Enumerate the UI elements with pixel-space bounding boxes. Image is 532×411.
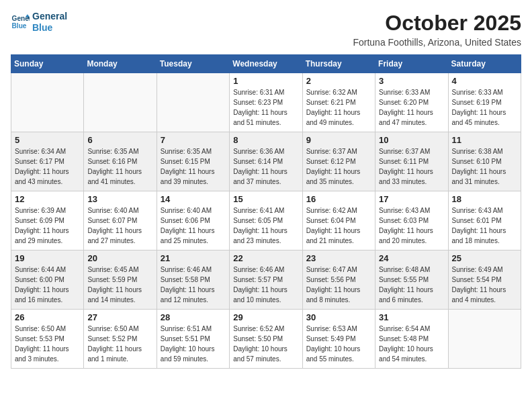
day-info: Sunrise: 6:31 AMSunset: 6:23 PMDaylight:…	[233, 87, 298, 128]
day-number: 25	[452, 253, 517, 263]
day-info: Sunrise: 6:47 AMSunset: 5:56 PMDaylight:…	[306, 265, 371, 305]
calendar-cell: 18Sunrise: 6:43 AMSunset: 6:01 PMDayligh…	[448, 191, 521, 250]
day-number: 26	[15, 312, 80, 322]
calendar-table: SundayMondayTuesdayWednesdayThursdayFrid…	[11, 54, 521, 369]
calendar-cell: 13Sunrise: 6:40 AMSunset: 6:07 PMDayligh…	[84, 191, 157, 250]
calendar-cell: 23Sunrise: 6:47 AMSunset: 5:56 PMDayligh…	[302, 250, 375, 310]
calendar-cell	[84, 73, 157, 132]
day-info: Sunrise: 6:48 AMSunset: 5:55 PMDaylight:…	[379, 265, 444, 305]
page-header: General Blue GeneralBlue October 2025 Fo…	[11, 11, 521, 48]
logo: General Blue GeneralBlue	[11, 11, 67, 34]
day-number: 2	[306, 76, 371, 86]
calendar-cell: 15Sunrise: 6:41 AMSunset: 6:05 PMDayligh…	[230, 191, 302, 250]
day-info: Sunrise: 6:51 AMSunset: 5:51 PMDaylight:…	[161, 324, 226, 364]
day-info: Sunrise: 6:39 AMSunset: 6:09 PMDaylight:…	[15, 205, 80, 246]
calendar-cell: 30Sunrise: 6:53 AMSunset: 5:49 PMDayligh…	[302, 310, 375, 369]
calendar-cell: 4Sunrise: 6:33 AMSunset: 6:19 PMDaylight…	[448, 73, 521, 132]
day-number: 22	[233, 253, 298, 263]
calendar-cell: 28Sunrise: 6:51 AMSunset: 5:51 PMDayligh…	[157, 310, 229, 369]
calendar-cell: 2Sunrise: 6:32 AMSunset: 6:21 PMDaylight…	[302, 73, 375, 132]
calendar-cell	[448, 310, 521, 369]
day-info: Sunrise: 6:43 AMSunset: 6:01 PMDaylight:…	[452, 205, 517, 246]
day-info: Sunrise: 6:50 AMSunset: 5:52 PMDaylight:…	[87, 324, 152, 364]
calendar-cell: 22Sunrise: 6:46 AMSunset: 5:57 PMDayligh…	[230, 250, 302, 310]
day-info: Sunrise: 6:36 AMSunset: 6:14 PMDaylight:…	[233, 146, 298, 187]
month-title: October 2025	[353, 11, 521, 36]
day-info: Sunrise: 6:40 AMSunset: 6:07 PMDaylight:…	[87, 205, 152, 246]
day-number: 13	[87, 194, 152, 204]
calendar-cell: 14Sunrise: 6:40 AMSunset: 6:06 PMDayligh…	[157, 191, 229, 250]
day-number: 28	[161, 312, 226, 322]
day-info: Sunrise: 6:33 AMSunset: 6:20 PMDaylight:…	[379, 87, 444, 128]
calendar-cell: 16Sunrise: 6:42 AMSunset: 6:04 PMDayligh…	[302, 191, 375, 250]
day-number: 11	[452, 135, 517, 145]
day-info: Sunrise: 6:42 AMSunset: 6:04 PMDaylight:…	[306, 205, 371, 246]
day-number: 19	[15, 253, 80, 263]
day-number: 21	[161, 253, 226, 263]
calendar-cell: 31Sunrise: 6:54 AMSunset: 5:48 PMDayligh…	[375, 310, 448, 369]
day-number: 3	[379, 76, 444, 86]
day-number: 31	[379, 312, 444, 322]
day-number: 1	[233, 76, 298, 86]
day-info: Sunrise: 6:50 AMSunset: 5:53 PMDaylight:…	[15, 324, 80, 364]
day-number: 7	[161, 135, 226, 145]
day-number: 16	[306, 194, 371, 204]
day-number: 6	[87, 135, 152, 145]
calendar-cell	[157, 73, 229, 132]
day-info: Sunrise: 6:33 AMSunset: 6:19 PMDaylight:…	[452, 87, 517, 128]
weekday-header-thursday: Thursday	[302, 55, 375, 73]
day-number: 27	[87, 312, 152, 322]
weekday-header-friday: Friday	[375, 55, 448, 73]
day-info: Sunrise: 6:32 AMSunset: 6:21 PMDaylight:…	[306, 87, 371, 128]
day-number: 9	[306, 135, 371, 145]
calendar-cell: 8Sunrise: 6:36 AMSunset: 6:14 PMDaylight…	[230, 132, 302, 191]
day-info: Sunrise: 6:35 AMSunset: 6:16 PMDaylight:…	[87, 146, 152, 187]
calendar-cell: 5Sunrise: 6:34 AMSunset: 6:17 PMDaylight…	[11, 132, 84, 191]
day-info: Sunrise: 6:46 AMSunset: 5:58 PMDaylight:…	[161, 265, 226, 305]
logo-text: GeneralBlue	[32, 11, 67, 34]
week-row-4: 19Sunrise: 6:44 AMSunset: 6:00 PMDayligh…	[11, 250, 521, 310]
calendar-cell: 26Sunrise: 6:50 AMSunset: 5:53 PMDayligh…	[11, 310, 84, 369]
day-info: Sunrise: 6:41 AMSunset: 6:05 PMDaylight:…	[233, 205, 298, 246]
day-number: 15	[233, 194, 298, 204]
calendar-cell: 19Sunrise: 6:44 AMSunset: 6:00 PMDayligh…	[11, 250, 84, 310]
calendar-cell: 20Sunrise: 6:45 AMSunset: 5:59 PMDayligh…	[84, 250, 157, 310]
calendar-cell: 21Sunrise: 6:46 AMSunset: 5:58 PMDayligh…	[157, 250, 229, 310]
calendar-cell: 10Sunrise: 6:37 AMSunset: 6:11 PMDayligh…	[375, 132, 448, 191]
day-info: Sunrise: 6:37 AMSunset: 6:12 PMDaylight:…	[306, 146, 371, 187]
calendar-cell: 29Sunrise: 6:52 AMSunset: 5:50 PMDayligh…	[230, 310, 302, 369]
day-info: Sunrise: 6:52 AMSunset: 5:50 PMDaylight:…	[233, 324, 298, 364]
logo-icon: General Blue	[11, 13, 30, 32]
day-info: Sunrise: 6:37 AMSunset: 6:11 PMDaylight:…	[379, 146, 444, 187]
day-info: Sunrise: 6:44 AMSunset: 6:00 PMDaylight:…	[15, 265, 80, 305]
week-row-3: 12Sunrise: 6:39 AMSunset: 6:09 PMDayligh…	[11, 191, 521, 250]
weekday-header-sunday: Sunday	[11, 55, 84, 73]
weekday-header-wednesday: Wednesday	[230, 55, 302, 73]
day-info: Sunrise: 6:34 AMSunset: 6:17 PMDaylight:…	[15, 146, 80, 187]
weekday-header-saturday: Saturday	[448, 55, 521, 73]
week-row-5: 26Sunrise: 6:50 AMSunset: 5:53 PMDayligh…	[11, 310, 521, 369]
day-number: 29	[233, 312, 298, 322]
day-info: Sunrise: 6:53 AMSunset: 5:49 PMDaylight:…	[306, 324, 371, 364]
week-row-2: 5Sunrise: 6:34 AMSunset: 6:17 PMDaylight…	[11, 132, 521, 191]
day-number: 4	[452, 76, 517, 86]
week-row-1: 1Sunrise: 6:31 AMSunset: 6:23 PMDaylight…	[11, 73, 521, 132]
calendar-cell: 3Sunrise: 6:33 AMSunset: 6:20 PMDaylight…	[375, 73, 448, 132]
day-info: Sunrise: 6:49 AMSunset: 5:54 PMDaylight:…	[452, 265, 517, 305]
day-number: 24	[379, 253, 444, 263]
day-number: 17	[379, 194, 444, 204]
calendar-cell	[11, 73, 84, 132]
calendar-cell: 9Sunrise: 6:37 AMSunset: 6:12 PMDaylight…	[302, 132, 375, 191]
calendar-cell: 25Sunrise: 6:49 AMSunset: 5:54 PMDayligh…	[448, 250, 521, 310]
title-area: October 2025 Fortuna Foothills, Arizona,…	[353, 11, 521, 48]
day-number: 5	[15, 135, 80, 145]
day-number: 12	[15, 194, 80, 204]
day-info: Sunrise: 6:45 AMSunset: 5:59 PMDaylight:…	[87, 265, 152, 305]
day-number: 30	[306, 312, 371, 322]
day-number: 18	[452, 194, 517, 204]
day-number: 14	[161, 194, 226, 204]
weekday-header-monday: Monday	[84, 55, 157, 73]
weekday-header-tuesday: Tuesday	[157, 55, 229, 73]
calendar-cell: 7Sunrise: 6:35 AMSunset: 6:15 PMDaylight…	[157, 132, 229, 191]
location-title: Fortuna Foothills, Arizona, United State…	[353, 37, 521, 48]
